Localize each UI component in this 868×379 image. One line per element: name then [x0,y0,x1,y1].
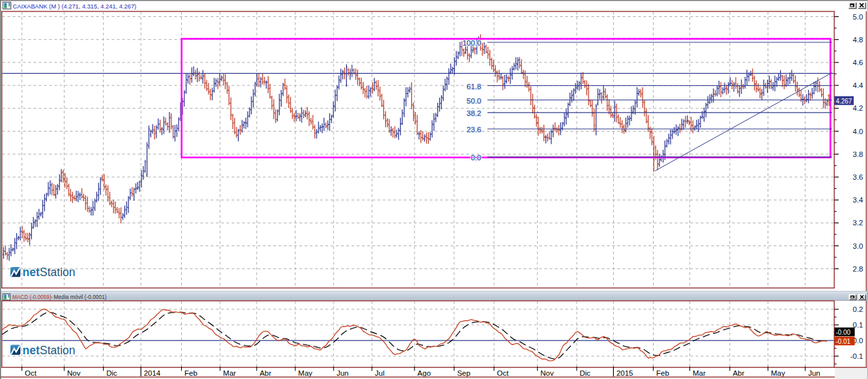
svg-text:Station: Station [40,344,75,357]
svg-text:Dic: Dic [106,369,117,377]
svg-text:May: May [771,369,785,377]
svg-text:Sep: Sep [457,369,470,377]
svg-text:2014: 2014 [144,369,161,377]
svg-text:5.0: 5.0 [853,13,863,21]
svg-text:-0.01: -0.01 [835,338,850,345]
svg-text:3.0: 3.0 [853,242,863,250]
svg-text:-0.00: -0.00 [835,329,850,336]
svg-text:Jul: Jul [375,369,384,377]
svg-text:4.2: 4.2 [853,104,863,112]
svg-text:Mar: Mar [223,369,236,377]
svg-text:4.6: 4.6 [853,59,863,66]
svg-text:100.0: 100.0 [463,39,482,47]
svg-text:Dic: Dic [580,369,591,377]
svg-text:CAIXABANK (M ) (4.271, 4.315,: CAIXABANK (M ) (4.271, 4.315, 4.241, 4.2… [13,3,137,10]
svg-text:3.8: 3.8 [853,150,863,158]
svg-text:- Media móvil (-0.0001): - Media móvil (-0.0001) [51,294,107,300]
svg-text:Station: Station [40,266,75,279]
svg-text:3.6: 3.6 [853,173,863,181]
svg-text:4.267: 4.267 [835,98,852,105]
svg-text:23.6: 23.6 [467,126,481,133]
svg-text:Nov: Nov [540,369,554,377]
svg-text:Mar: Mar [693,369,706,377]
svg-text:50.0: 50.0 [467,97,481,105]
svg-text:3.2: 3.2 [853,219,863,227]
svg-text:net: net [23,344,40,357]
svg-text:0.2: 0.2 [853,305,863,313]
svg-text:3.4: 3.4 [853,196,864,204]
svg-text:2.8: 2.8 [853,265,863,273]
svg-text:Jun: Jun [336,369,349,377]
svg-text:net: net [23,266,40,279]
svg-text:Abr: Abr [732,369,744,377]
svg-text:61.8: 61.8 [467,83,481,91]
svg-text:Oct: Oct [497,369,510,377]
svg-text:Oct: Oct [25,369,37,377]
svg-text:4.0: 4.0 [853,128,863,135]
svg-text:0.0: 0.0 [471,154,482,161]
svg-text:Abr: Abr [259,369,271,377]
svg-text:-0.1: -0.1 [850,352,863,360]
svg-text:Jun: Jun [808,369,820,377]
svg-text:4.8: 4.8 [853,36,863,44]
svg-text:Nov: Nov [67,369,81,377]
svg-text:May: May [298,369,313,377]
svg-text:2015: 2015 [616,369,633,377]
svg-text:38.2: 38.2 [467,109,481,117]
svg-text:MACD (-0.0059): MACD (-0.0059) [12,294,51,300]
svg-text:4.4: 4.4 [853,81,864,89]
svg-text:Ago: Ago [418,369,431,377]
svg-text:Feb: Feb [656,369,669,377]
svg-text:Feb: Feb [184,369,197,377]
